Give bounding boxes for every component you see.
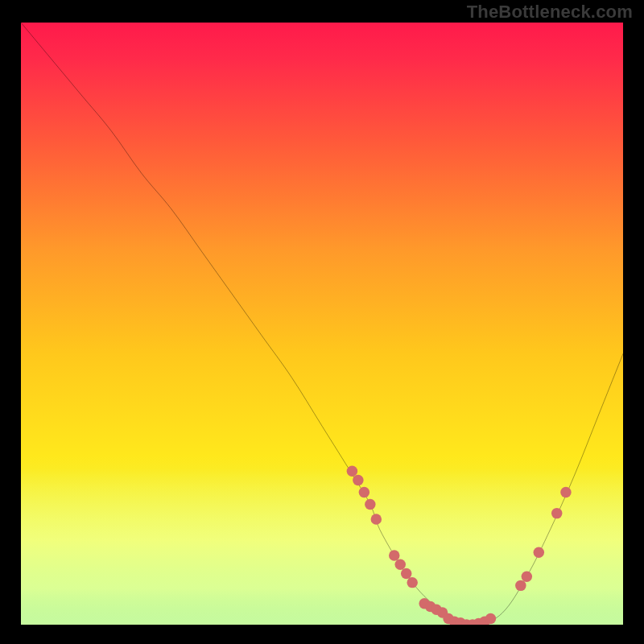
curve-marker <box>401 568 411 579</box>
curve-marker <box>407 577 417 588</box>
curve-marker <box>359 487 369 497</box>
curve-marker <box>534 547 544 558</box>
curve-marker <box>389 550 399 560</box>
curve-marker <box>347 466 357 477</box>
curve-marker <box>560 487 571 497</box>
curve-marker <box>515 580 526 591</box>
curve-marker <box>353 475 363 485</box>
bottleneck-chart-svg <box>21 23 623 625</box>
chart-frame: TheBottleneck.com <box>0 0 644 644</box>
curve-marker <box>395 559 406 569</box>
curve-marker <box>371 514 382 524</box>
chart-bottom-glow <box>21 469 623 625</box>
curve-marker <box>522 571 532 581</box>
watermark-label: TheBottleneck.com <box>467 2 633 23</box>
curve-marker <box>551 508 562 518</box>
curve-marker <box>485 613 496 624</box>
curve-marker <box>365 499 375 510</box>
